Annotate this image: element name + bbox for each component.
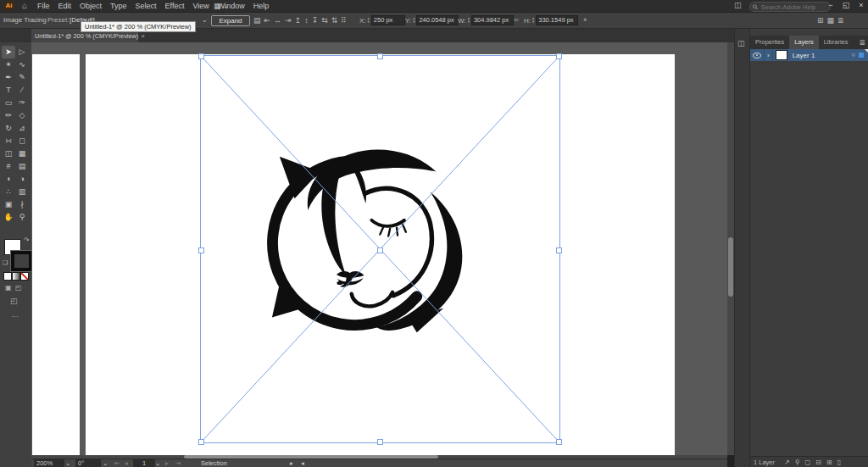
- swap-fill-stroke-icon[interactable]: ↷: [24, 236, 30, 244]
- rotation-dropdown[interactable]: 0°: [75, 459, 101, 467]
- collect-for-export-icon[interactable]: ↗: [784, 457, 790, 467]
- align-horizontal-right-icon[interactable]: ⇥: [285, 13, 292, 28]
- arrange-documents-icon[interactable]: ⊞: [817, 13, 824, 28]
- magic-wand-tool-icon[interactable]: ✶: [2, 58, 15, 71]
- rotate-tool-icon[interactable]: ↻: [2, 122, 15, 135]
- selection-handle-se[interactable]: [556, 439, 562, 445]
- status-back-icon[interactable]: ◂: [301, 459, 304, 467]
- zoom-tool-icon[interactable]: ⚲: [15, 211, 29, 224]
- new-layer-icon[interactable]: ⊞: [826, 457, 832, 467]
- curvature-tool-icon[interactable]: ✎: [15, 71, 29, 84]
- tab-properties[interactable]: Properties: [750, 36, 789, 49]
- menu-edit[interactable]: Edit: [58, 2, 72, 10]
- align-vertical-bottom-icon[interactable]: ↧: [312, 13, 319, 28]
- draw-behind-icon[interactable]: ◰: [15, 284, 22, 292]
- menu-effect[interactable]: Effect: [165, 2, 185, 10]
- gradient-tool-icon[interactable]: ▤: [15, 160, 29, 173]
- toolbar-more-icon[interactable]: …: [11, 310, 19, 319]
- tab-libraries[interactable]: Libraries: [819, 36, 854, 49]
- next-artboard-icon[interactable]: ▸: [165, 459, 169, 467]
- menu-type[interactable]: Type: [110, 2, 127, 10]
- stroke-color-swatch[interactable]: [11, 251, 32, 271]
- menu-object[interactable]: Object: [80, 2, 102, 10]
- search-input[interactable]: [760, 3, 822, 12]
- layer-visibility-cell[interactable]: [750, 49, 765, 61]
- eye-icon[interactable]: [753, 53, 761, 58]
- artboard-number-field[interactable]: 1: [133, 459, 155, 467]
- screen-mode-icon[interactable]: ◰: [10, 297, 18, 305]
- w-value[interactable]: 304.9842 px: [471, 15, 514, 25]
- align-horizontal-left-icon[interactable]: ⇤: [264, 13, 271, 28]
- shape-builder-tool-icon[interactable]: ◫: [2, 147, 15, 160]
- selection-handle-sw[interactable]: [198, 439, 204, 445]
- selection-handle-nw[interactable]: [198, 53, 204, 59]
- workspace-switcher-icon[interactable]: ▦ ⌄: [214, 0, 230, 12]
- menu-file[interactable]: File: [37, 2, 50, 10]
- mesh-tool-icon[interactable]: #: [2, 160, 15, 173]
- artboard-tool-icon[interactable]: ▣: [2, 198, 15, 211]
- panel-list-icon[interactable]: ≣: [837, 13, 844, 28]
- align-vertical-top-icon[interactable]: ↥: [295, 13, 302, 28]
- embed-options-icon[interactable]: ▤: [253, 13, 261, 28]
- x-field[interactable]: X: ▴▾ 250 px: [359, 15, 405, 25]
- layer-name[interactable]: Layer 1: [793, 52, 815, 59]
- align-horizontal-center-icon[interactable]: ↔: [274, 13, 281, 28]
- expand-button[interactable]: Expand: [211, 15, 250, 26]
- tab-close-icon[interactable]: ×: [141, 32, 145, 40]
- x-stepper[interactable]: ▴▾: [368, 17, 370, 24]
- rectangle-tool-icon[interactable]: ▭: [2, 97, 15, 109]
- selection-bounding-box[interactable]: [200, 55, 560, 443]
- selection-tool-icon[interactable]: ➤: [2, 46, 15, 58]
- restore-button[interactable]: ◱: [839, 0, 853, 11]
- w-field[interactable]: W: ▴▾ 304.9842 px: [458, 15, 514, 25]
- x-value[interactable]: 250 px: [371, 15, 405, 25]
- layer-disclosure-cell[interactable]: ›: [765, 49, 773, 61]
- menu-help[interactable]: Help: [253, 2, 270, 10]
- pencil-tool-icon[interactable]: ✏: [2, 109, 15, 122]
- zoom-level-dropdown[interactable]: 200%: [34, 459, 64, 467]
- perspective-grid-tool-icon[interactable]: ▦: [15, 147, 29, 160]
- layer-thumbnail-cell[interactable]: [773, 49, 790, 61]
- symbol-sprayer-tool-icon[interactable]: ∴: [2, 186, 15, 198]
- width-tool-icon[interactable]: ∺: [2, 135, 15, 147]
- column-graph-tool-icon[interactable]: ▥: [15, 186, 29, 198]
- selection-handle-ne[interactable]: [556, 53, 562, 59]
- workspace-icon[interactable]: ▦: [827, 13, 835, 28]
- vertical-scrollbar[interactable]: [727, 42, 734, 455]
- menu-view[interactable]: View: [192, 2, 209, 10]
- menu-select[interactable]: Select: [136, 2, 157, 10]
- hand-tool-icon[interactable]: ✋: [2, 211, 15, 224]
- rotation-chevron-icon[interactable]: ⌄: [103, 459, 108, 467]
- type-tool-icon[interactable]: T: [2, 84, 15, 97]
- default-fill-stroke-icon[interactable]: ❏: [3, 259, 8, 266]
- disclosure-icon[interactable]: ›: [767, 52, 770, 59]
- align-vertical-center-icon[interactable]: ↕: [304, 13, 309, 28]
- layer-row[interactable]: › Layer 1 ○: [750, 49, 868, 61]
- selection-handle-n[interactable]: [377, 53, 383, 59]
- selection-center-handle[interactable]: [377, 247, 383, 253]
- home-icon[interactable]: ⌂: [22, 0, 27, 12]
- scale-tool-icon[interactable]: ⊿: [15, 122, 29, 135]
- pen-tool-icon[interactable]: ✒: [2, 71, 15, 84]
- y-stepper[interactable]: ▴▾: [413, 17, 415, 24]
- arrange-windows-icon[interactable]: ◫: [734, 1, 742, 9]
- eyedropper-tool-icon[interactable]: ◖: [2, 173, 15, 186]
- w-stepper[interactable]: ▴▾: [468, 17, 470, 24]
- locate-object-icon[interactable]: ⚲: [795, 457, 800, 467]
- reference-point-icon[interactable]: ⠿: [341, 13, 347, 28]
- h-field[interactable]: H: ▴▾ 330.1549 px: [524, 15, 578, 25]
- free-transform-tool-icon[interactable]: ◻: [15, 135, 29, 147]
- selection-handle-e[interactable]: [556, 247, 562, 253]
- h-value[interactable]: 330.1549 px: [536, 15, 578, 25]
- distribute-horizontal-icon[interactable]: ⇆: [321, 13, 328, 28]
- zoom-chevron-icon[interactable]: ⌄: [65, 459, 70, 467]
- line-segment-tool-icon[interactable]: ∕: [15, 84, 29, 97]
- first-artboard-icon[interactable]: ⇤: [114, 459, 120, 467]
- blend-tool-icon[interactable]: ◑: [15, 173, 29, 186]
- new-sublayer-icon[interactable]: ⊟: [815, 457, 821, 467]
- none-button[interactable]: [20, 272, 29, 281]
- panel-menu-icon[interactable]: ≣: [859, 36, 865, 49]
- status-forward-icon[interactable]: ▸: [290, 459, 293, 467]
- shaper-tool-icon[interactable]: ◇: [15, 109, 29, 122]
- transform-more-icon[interactable]: ⌖: [583, 13, 587, 28]
